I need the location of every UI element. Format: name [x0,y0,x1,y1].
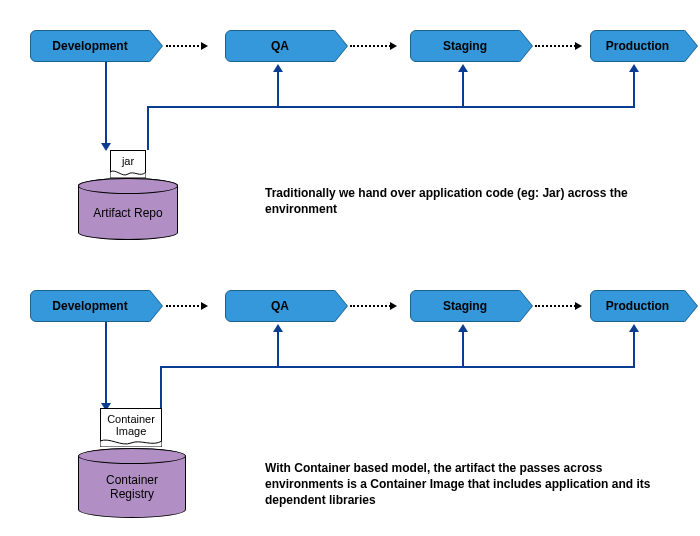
diagram-caption: With Container based model, the artifact… [265,460,665,509]
flow-line [462,330,464,368]
pipeline-row: Development QA Staging Production [30,290,700,340]
stage-label: Development [52,299,127,313]
flow-arrow-up-icon [629,324,639,332]
diagram-container: Development QA Staging Production Contai… [0,290,700,530]
flow-line [160,366,162,410]
flow-line [160,366,635,368]
container-registry-cylinder: Container Registry [78,448,186,518]
dotted-arrow [166,305,206,307]
stage-qa: QA [225,290,335,322]
flow-arrow-up-icon [273,324,283,332]
artifact-repo-cylinder: Artifact Repo [78,178,178,240]
stage-production: Production [590,290,685,322]
flow-line [147,106,635,108]
dotted-arrow [350,45,395,47]
flow-arrow-up-icon [458,64,468,72]
dotted-arrow [166,45,206,47]
stage-development: Development [30,30,150,62]
dotted-arrow [350,305,395,307]
artifact-document: Container Image [100,408,162,441]
flow-line [105,62,107,145]
dotted-arrow [535,305,580,307]
stage-label: Production [606,39,669,53]
artifact-label: jar [122,155,134,167]
stage-staging: Staging [410,290,520,322]
repo-label: Container Registry [106,473,158,502]
flow-line [147,106,149,150]
stage-label: Staging [443,299,487,313]
flow-arrow-up-icon [273,64,283,72]
flow-line [633,330,635,368]
stage-label: Development [52,39,127,53]
flow-line [105,322,107,405]
diagram-traditional: Development QA Staging Production jar Ar… [0,30,700,250]
stage-staging: Staging [410,30,520,62]
stage-label: Staging [443,39,487,53]
flow-line [277,70,279,108]
flow-line [277,330,279,368]
flow-line [633,70,635,108]
flow-arrow-up-icon [458,324,468,332]
stage-label: QA [271,299,289,313]
stage-production: Production [590,30,685,62]
diagram-caption: Traditionally we hand over application c… [265,185,660,217]
stage-label: QA [271,39,289,53]
stage-development: Development [30,290,150,322]
stage-label: Production [606,299,669,313]
pipeline-row: Development QA Staging Production [30,30,700,80]
flow-line [462,70,464,108]
artifact-document: jar [110,150,146,172]
dotted-arrow [535,45,580,47]
repo-label: Artifact Repo [93,206,162,220]
stage-qa: QA [225,30,335,62]
flow-arrow-up-icon [629,64,639,72]
artifact-label: Container Image [107,413,155,437]
